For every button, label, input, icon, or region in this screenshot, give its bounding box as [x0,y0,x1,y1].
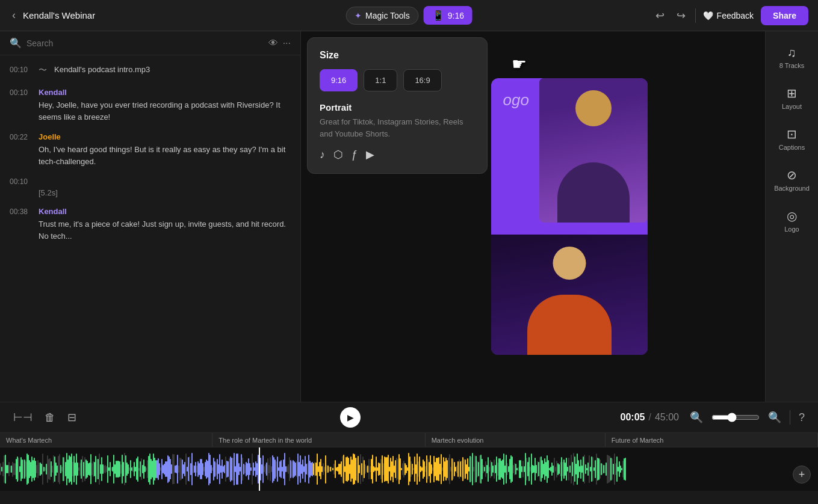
timestamp: 00:38 [10,207,31,216]
facebook-icon[interactable]: ƒ [352,149,358,161]
feedback-button[interactable]: 🤍 Feedback [703,11,754,20]
filename: Kendall's podcast intro.mp3 [54,65,150,74]
timeline-right-buttons: 🔍 🔍 ? [686,408,808,426]
speaker-name: Kendall [39,207,67,216]
background-label: Background [774,185,810,192]
topbar-center: ✦ Magic Tools 📱 9:16 [345,6,473,25]
redo-button[interactable]: ↪ [674,7,688,25]
split-button[interactable]: ⊢⊣ [10,408,36,426]
search-input[interactable] [26,38,264,48]
tracks-label: 8 Tracks [779,62,805,69]
play-icon: ▶ [347,413,354,422]
captions-icon: ⊡ [787,127,797,141]
add-track-button[interactable]: + [793,466,811,484]
gap-label: [5.2s] [39,188,291,197]
captions-label: Captions [779,144,805,151]
sidebar-item-background[interactable]: ⊘ Background [768,161,816,199]
mobile-icon: 📱 [432,10,444,21]
sidebar-item-captions[interactable]: ⊡ Captions [768,120,816,158]
timestamp: 00:10 [10,177,31,186]
logo-label: Logo [784,226,799,233]
left-panel: 🔍 👁 ··· 00:10 〜 Kendall's podcast intro.… [0,31,301,402]
transcript-header: 00:10 [10,177,291,186]
transcript-header: 00:38 Kendall [10,207,291,216]
chapter-2: The role of Martech in the world [212,433,425,447]
share-button[interactable]: Share [761,6,808,25]
top-speaker-area [539,78,648,223]
instagram-icon[interactable]: ⬡ [333,148,343,161]
waveform-icon: 〜 [39,65,47,76]
chapter-4: Future of Martech [606,433,818,447]
divider [790,410,790,425]
size-popup: Size 9:16 1:1 16:9 Portrait Great for Ti… [307,37,488,174]
size-option-11[interactable]: 1:1 [364,69,397,91]
tiktok-icon[interactable]: ♪ [320,149,325,161]
search-icon: 🔍 [10,37,22,49]
timestamp: 00:10 [10,66,31,74]
timeline-controls: ⊢⊣ 🗑 ⊟ ▶ 00:05 / 45:00 🔍 🔍 ? [0,402,818,433]
size-option-169[interactable]: 16:9 [403,69,441,91]
transcript-header: 00:10 〜 Kendall's podcast intro.mp3 [10,65,291,76]
layout-label: Layout [782,103,802,110]
magic-tools-icon: ✦ [355,11,362,20]
layout-icon: ⊞ [787,86,797,100]
waveform-track[interactable]: ▼ + [0,447,818,491]
timestamp: 00:22 [10,133,31,141]
undo-button[interactable]: ↩ [653,7,667,25]
time-separator: / [648,412,651,423]
list-item: 00:38 Kendall Trust me, it's a piece of … [0,202,300,247]
play-button[interactable]: ▶ [340,407,361,428]
more-button[interactable]: ··· [283,38,291,49]
social-icons-row: ♪ ⬡ ƒ ▶ [320,148,475,161]
list-item: 00:10 [5.2s] [0,172,300,202]
bottom-person-image [491,235,648,355]
zoom-in-button[interactable]: 🔍 [764,408,785,426]
chapter-3: Martech evolution [426,433,606,447]
eye-button[interactable]: 👁 [268,38,278,49]
youtube-icon[interactable]: ▶ [366,148,374,161]
timestamp: 00:10 [10,88,31,97]
top-person-image [539,78,648,223]
timeline-left-buttons: ⊢⊣ 🗑 ⊟ [10,408,80,426]
cursor: ☛ [512,54,527,74]
speaker-name: Kendall [39,88,67,97]
size-popup-title: Size [320,50,475,61]
person-body [557,162,630,223]
topbar: ‹ Kendall's Webinar ✦ Magic Tools 📱 9:16… [0,0,818,31]
person-head [553,247,586,280]
back-button[interactable]: ‹ [10,7,18,24]
size-button[interactable]: 📱 9:16 [424,6,473,25]
sidebar-item-layout[interactable]: ⊞ Layout [768,79,816,117]
magic-tools-button[interactable]: ✦ Magic Tools [345,7,419,25]
size-option-916[interactable]: 9:16 [320,69,358,91]
speaker-name: Joelle [39,132,61,141]
zoom-out-button[interactable]: 🔍 [686,408,707,426]
right-panel: ♫ 8 Tracks ⊞ Layout ⊡ Captions ⊘ Backgro… [765,31,818,402]
divider [695,8,696,23]
bottom-panel: ⊢⊣ 🗑 ⊟ ▶ 00:05 / 45:00 🔍 🔍 ? What's Mar [0,402,818,504]
project-title: Kendall's Webinar [23,10,95,20]
transcript-text: Hey, Joelle, have you ever tried recordi… [39,99,291,123]
transcript-list: 00:10 〜 Kendall's podcast intro.mp3 00:1… [0,55,300,402]
playback-center: ▶ [87,407,613,428]
help-button[interactable]: ? [795,409,808,426]
size-options: 9:16 1:1 16:9 [320,69,475,91]
list-item: 00:10 〜 Kendall's podcast intro.mp3 [0,60,300,83]
portrait-desc: Great for Tiktok, Instagram Stories, Ree… [320,116,475,140]
transcript-text: Oh, I've heard good things! But is it re… [39,144,291,167]
search-bar: 🔍 👁 ··· [0,31,300,55]
zoom-slider-wrap [711,413,760,422]
sidebar-item-logo[interactable]: ◎ Logo [768,201,816,240]
sidebar-item-tracks[interactable]: ♫ 8 Tracks [768,38,816,76]
timeline-tracks-area: What's Martech The role of Martech in th… [0,433,818,504]
playhead [259,447,260,491]
transcript-text: Trust me, it's a piece of cake! Just sig… [39,218,291,242]
zoom-slider[interactable] [711,413,760,422]
delete-button[interactable]: 🗑 [41,409,59,426]
search-actions: 👁 ··· [268,38,291,49]
main-layout: 🔍 👁 ··· 00:10 〜 Kendall's podcast intro.… [0,31,818,402]
caption-edit-button[interactable]: ⊟ [64,408,80,426]
chapter-1: What's Martech [0,433,212,447]
list-item: 00:10 Kendall Hey, Joelle, have you ever… [0,83,300,128]
list-item: 00:22 Joelle Oh, I've heard good things!… [0,128,300,172]
